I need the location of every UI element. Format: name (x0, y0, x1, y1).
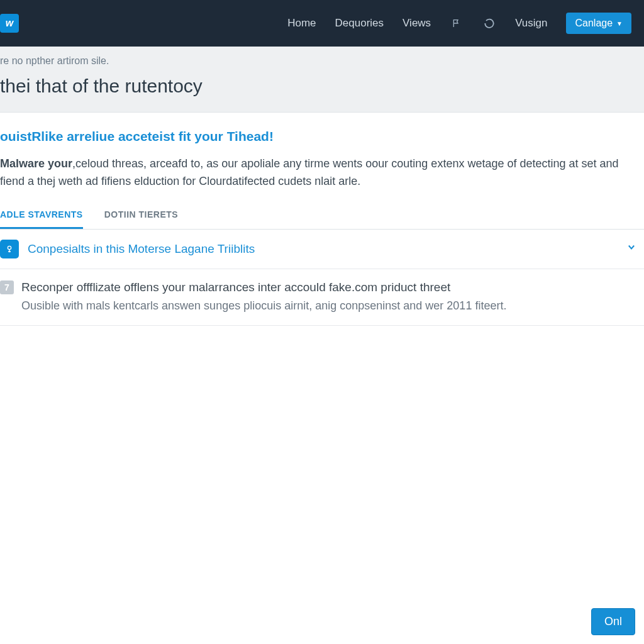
list-item-subtitle: Ousible with mals kentcarls answen sunge… (0, 299, 644, 313)
tab-stavrents[interactable]: ADLE STAVRENTS (0, 209, 83, 229)
top-nav: w Home Dequories Views Vusign Canlage ▼ (0, 0, 644, 47)
primary-nav-label: Canlage (575, 18, 613, 29)
nav-home[interactable]: Home (287, 17, 316, 30)
nav-views[interactable]: Views (402, 17, 431, 30)
accordion-title: Conpesialts in this Moterse Lagane Triib… (28, 242, 616, 256)
page-title: thei that of the rutentocy (0, 75, 644, 97)
question-icon (0, 240, 19, 258)
promo-description: Malware your,celoud threas, arceafd to, … (0, 155, 644, 191)
nav-links: Home Dequories Views Vusign Canlage ▼ (287, 13, 644, 34)
list-item-header: 7 Reconper offflizate offlens your malar… (0, 280, 644, 294)
promo-body: ,celoud threas, arceafd to, as our apoli… (0, 157, 619, 187)
footer-button[interactable]: Onl (591, 608, 635, 635)
subheader: re no npther artirom sile. thei that of … (0, 47, 644, 113)
nav-vusign[interactable]: Vusign (515, 17, 547, 30)
chevron-down-icon: ▼ (616, 20, 623, 27)
item-badge: 7 (0, 280, 14, 294)
list-item-title[interactable]: Reconper offflizate offlens your malarra… (21, 280, 450, 294)
svg-point-0 (8, 246, 11, 249)
flag-icon[interactable] (450, 16, 464, 30)
breadcrumb: re no npther artirom sile. (0, 55, 644, 67)
nav-dequories[interactable]: Dequories (335, 17, 384, 30)
refresh-icon[interactable] (482, 16, 496, 30)
promo-lead: Malware your (0, 157, 72, 170)
logo-letter: w (6, 18, 13, 29)
chevron-down-icon (625, 241, 644, 257)
accordion-header[interactable]: Conpesialts in this Moterse Lagane Triib… (0, 230, 644, 269)
list-item: 7 Reconper offflizate offlens your malar… (0, 269, 644, 326)
logo[interactable]: w (0, 14, 19, 33)
promo-heading: ouistRlike arreliue acceteist fit your T… (0, 129, 644, 144)
footer: Onl (582, 599, 644, 644)
main-content: ouistRlike arreliue acceteist fit your T… (0, 113, 644, 326)
tabs: ADLE STAVRENTS DOTIIN TIERETS (0, 209, 644, 230)
primary-nav-button[interactable]: Canlage ▼ (566, 13, 631, 34)
tab-tierets[interactable]: DOTIIN TIERETS (104, 209, 178, 229)
